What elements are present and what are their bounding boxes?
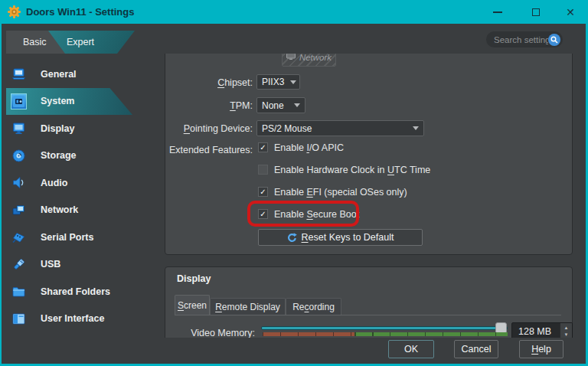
dropdown-arrow-icon [290, 80, 296, 84]
close-button[interactable]: ✕ [557, 0, 584, 24]
efi-label[interactable]: Enable EFI (special OSes only) [274, 187, 407, 198]
close-icon: ✕ [566, 7, 575, 18]
sidebar-item-audio[interactable]: Audio [2, 169, 159, 197]
extended-features-label: Extended Features: [163, 145, 253, 155]
maximize-button[interactable] [522, 0, 550, 24]
tpm-label: TPM: [163, 100, 253, 111]
secure-boot-highlight [247, 201, 359, 227]
window-title: Doors Win11 - Settings [26, 6, 134, 18]
pointing-device-select[interactable]: PS/2 Mouse [256, 120, 424, 136]
sidebar-item-network[interactable]: Network [2, 197, 159, 224]
chipset-label: Chipset: [163, 77, 253, 88]
sidebar-item-usb[interactable]: USB [2, 251, 159, 279]
network-icon [11, 203, 26, 217]
sidebar-item-general[interactable]: General [2, 60, 159, 88]
sidebar-item-serial-ports[interactable]: Serial Ports [2, 224, 159, 251]
refresh-icon [287, 233, 297, 243]
display-section-title: Display [177, 273, 211, 284]
settings-window: Doors Win11 - Settings ✕ Basic Expert Ge… [0, 0, 588, 366]
ok-button[interactable]: OK [388, 340, 434, 358]
chipset-select[interactable]: PIIX3 [256, 74, 300, 90]
mini-monitor-icon [286, 54, 296, 62]
io-apic-checkbox[interactable]: ✓ [258, 142, 268, 152]
system-settings-pane: Network Chipset: PIIX3 TPM: None Pointin… [163, 54, 577, 257]
serial-plug-icon [11, 230, 26, 244]
minimize-button[interactable] [484, 0, 511, 24]
maximize-icon [532, 8, 540, 16]
slider-scale-low [263, 332, 354, 336]
disk-item-storage[interactable]: Storage [2, 142, 159, 170]
io-apic-label[interactable]: Enable I/O APIC [274, 142, 344, 153]
search-icon[interactable] [548, 34, 560, 46]
video-memory-value[interactable]: 128 MB [512, 326, 560, 337]
minimize-icon [493, 11, 502, 13]
tab-screen[interactable]: Screen [175, 295, 210, 315]
tpm-select[interactable]: None [256, 97, 305, 113]
spin-up-button[interactable]: ▲ [560, 325, 572, 332]
gear-icon [7, 5, 21, 19]
laptop-icon [11, 67, 26, 81]
video-memory-spinbox: 128 MB ▲ ▼ [511, 322, 573, 338]
search-input[interactable] [486, 35, 548, 44]
utc-clock-label[interactable]: Enable Hardware Clock in UTC Time [274, 165, 430, 175]
sidebar-item-system[interactable]: System [2, 88, 159, 116]
tab-panel-border [175, 315, 561, 315]
tab-recording[interactable]: Recording [286, 298, 341, 315]
sidebar-item-user-interface[interactable]: User Interface [2, 306, 159, 333]
window-ui-icon [11, 312, 26, 326]
spin-down-button[interactable]: ▼ [560, 332, 572, 338]
spin-buttons: ▲ ▼ [560, 323, 572, 338]
display-pane: Display Screen Remote Display Recording … [163, 263, 577, 338]
help-button[interactable]: Help [519, 340, 564, 358]
reset-keys-button[interactable]: Reset Keys to Default [258, 229, 423, 246]
utc-clock-checkbox[interactable] [258, 165, 268, 175]
folder-icon [11, 284, 26, 299]
usb-plug-icon [11, 257, 26, 272]
sidebar-item-shared-folders[interactable]: Shared Folders [2, 278, 159, 306]
dropdown-arrow-icon [294, 103, 300, 107]
efi-checkbox[interactable]: ✓ [258, 187, 268, 197]
speaker-icon [11, 175, 26, 190]
cancel-button[interactable]: Cancel [454, 340, 498, 358]
pointing-device-label: Pointing Device: [163, 123, 253, 134]
disk-icon [11, 149, 26, 163]
mode-switcher: Basic Expert [6, 31, 144, 54]
search-box [486, 31, 563, 47]
tab-remote-display[interactable]: Remote Display [210, 298, 286, 315]
dropdown-arrow-icon [413, 126, 419, 130]
monitor-icon [11, 121, 26, 136]
network-boot-button[interactable]: Network [282, 54, 336, 67]
video-memory-slider[interactable] [261, 326, 508, 330]
video-memory-label: Video Memory: [163, 328, 255, 338]
chip-icon [11, 93, 27, 109]
sidebar-item-display[interactable]: Display [2, 115, 159, 142]
slider-scale-high [354, 332, 508, 336]
